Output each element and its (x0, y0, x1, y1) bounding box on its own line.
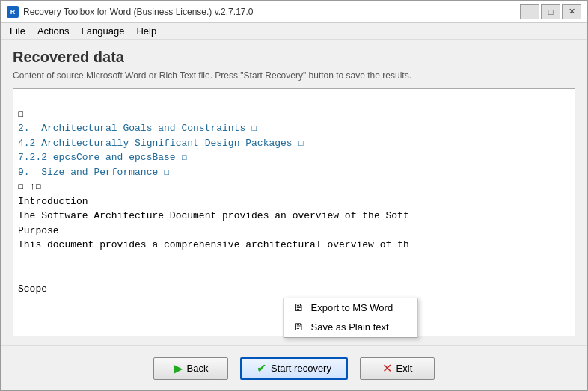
exit-label: Exit (396, 363, 413, 374)
maximize-button[interactable]: □ (541, 4, 560, 19)
start-recovery-button[interactable]: ✔ Start recovery (240, 357, 348, 380)
title-bar-text: Recovery Toolbox for Word (Business Lice… (23, 7, 520, 17)
start-recovery-container: ✔ Start recovery 🖹 Export to MS Word 🖹 S… (240, 357, 348, 380)
text-line-1: 2. Architectural Goals and Constraints ☐ (18, 123, 257, 134)
text-line-4: 9. Size and Performance ☐ (18, 167, 170, 178)
text-line-3: 7.2.2 epcsCore and epcsBase ☐ (18, 152, 187, 163)
minimize-button[interactable]: — (520, 4, 539, 19)
text-line-7: The Software Architecture Document provi… (18, 210, 409, 221)
text-line-6: Introduction (18, 196, 88, 207)
back-icon: ▶ (174, 361, 183, 375)
menu-bar: File Actions Language Help (1, 23, 587, 40)
menu-item-file[interactable]: File (4, 23, 31, 39)
save-plain-icon: 🖹 (293, 321, 305, 333)
dropdown-item-save-plain[interactable]: 🖹 Save as Plain text (284, 318, 417, 337)
page-title: Recovered data (13, 49, 575, 66)
text-line-8: Purpose (18, 225, 59, 236)
text-line-11: Scope (18, 283, 47, 295)
menu-item-actions[interactable]: Actions (31, 23, 76, 39)
main-window: R Recovery Toolbox for Word (Business Li… (0, 0, 588, 391)
menu-item-language[interactable]: Language (76, 23, 131, 39)
dropdown-item-export-word[interactable]: 🖹 Export to MS Word (284, 298, 417, 318)
text-line-9: This document provides a comprehensive a… (18, 239, 409, 250)
dropdown-item-save-plain-label: Save as Plain text (311, 321, 389, 333)
start-recovery-label: Start recovery (271, 363, 331, 374)
text-line-5: ☐ ↑☐ (18, 181, 41, 192)
title-bar: R Recovery Toolbox for Word (Business Li… (1, 1, 587, 23)
title-bar-controls: — □ ✕ (520, 4, 581, 19)
exit-icon: ✕ (382, 361, 392, 375)
text-line-0: ☐ (18, 108, 24, 120)
export-word-icon: 🖹 (293, 302, 305, 314)
dropdown-menu: 🖹 Export to MS Word 🖹 Save as Plain text (284, 298, 418, 338)
back-label: Back (187, 363, 209, 374)
start-recovery-icon: ✔ (257, 361, 266, 375)
menu-item-help[interactable]: Help (130, 23, 162, 39)
page-subtitle: Content of source Microsoft Word or Rich… (13, 70, 575, 81)
text-line-2: 4.2 Architecturally Significant Design P… (18, 138, 304, 149)
app-icon: R (7, 6, 19, 18)
exit-button[interactable]: ✕ Exit (360, 357, 435, 380)
dropdown-item-export-word-label: Export to MS Word (311, 302, 393, 313)
back-button[interactable]: ▶ Back (153, 357, 228, 380)
close-button[interactable]: ✕ (562, 4, 581, 19)
bottom-bar: ▶ Back ✔ Start recovery 🖹 Export to MS W… (1, 345, 587, 390)
